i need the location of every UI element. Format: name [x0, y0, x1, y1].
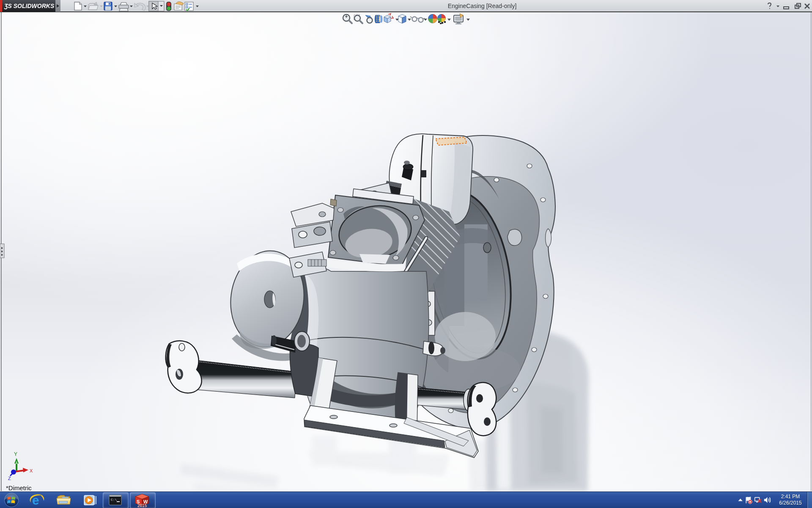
- svg-text:2015: 2015: [137, 503, 147, 508]
- svg-text:e: e: [32, 493, 39, 507]
- svg-text:Y: Y: [14, 451, 17, 457]
- svg-text:Z: Z: [8, 476, 11, 481]
- svg-text:X: X: [30, 468, 33, 473]
- svg-text:*Dimetric: *Dimetric: [6, 484, 32, 491]
- svg-text:C:\: C:\: [111, 498, 117, 502]
